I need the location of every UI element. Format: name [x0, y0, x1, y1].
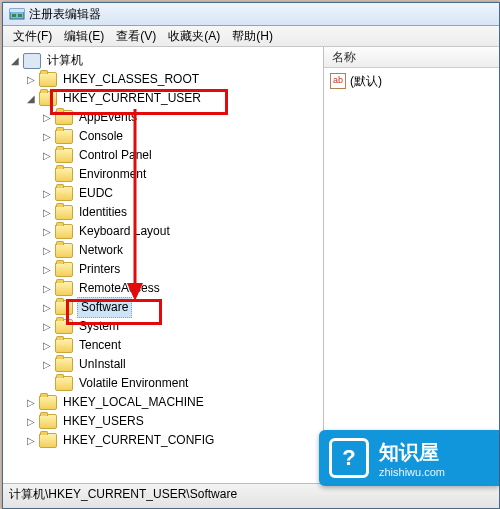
tree-key[interactable]: ▷Identities	[9, 203, 321, 222]
expand-icon[interactable]: ▷	[41, 340, 53, 352]
tree-label: Volatile Environment	[77, 374, 190, 393]
watermark-badge: ? 知识屋 zhishiwu.com	[319, 430, 499, 486]
expand-icon[interactable]: ▷	[25, 416, 37, 428]
tree-hive[interactable]: ▷HKEY_LOCAL_MACHINE	[9, 393, 321, 412]
svg-rect-1	[10, 9, 24, 12]
watermark-icon: ?	[329, 438, 369, 478]
tree-label: Keyboard Layout	[77, 222, 172, 241]
tree-key[interactable]: ▷Network	[9, 241, 321, 260]
expand-icon[interactable]: ▷	[41, 264, 53, 276]
menu-view[interactable]: 查看(V)	[110, 26, 162, 47]
folder-icon	[39, 414, 57, 429]
title-bar[interactable]: 注册表编辑器	[3, 3, 499, 26]
folder-icon	[55, 224, 73, 239]
svg-rect-3	[18, 14, 22, 17]
folder-icon	[55, 205, 73, 220]
tree-label: Control Panel	[77, 146, 154, 165]
folder-icon	[55, 262, 73, 277]
expand-icon[interactable]: ▷	[41, 188, 53, 200]
folder-icon	[55, 338, 73, 353]
values-list: ab (默认)	[324, 68, 499, 94]
tree-key[interactable]: ▷Control Panel	[9, 146, 321, 165]
tree-hive[interactable]: ◢ HKEY_CURRENT_USER	[9, 89, 321, 108]
tree-key[interactable]: ▷Tencent	[9, 336, 321, 355]
tree-label: UnInstall	[77, 355, 128, 374]
folder-icon	[39, 395, 57, 410]
tree-hive[interactable]: ▷HKEY_USERS	[9, 412, 321, 431]
tree-key[interactable]: ▷Console	[9, 127, 321, 146]
tree-label: Identities	[77, 203, 129, 222]
tree-label: HKEY_CLASSES_ROOT	[61, 70, 201, 89]
tree-label: RemoteAccess	[77, 279, 162, 298]
expand-icon[interactable]: ▷	[25, 435, 37, 447]
expand-icon[interactable]: ▷	[41, 245, 53, 257]
tree-pane[interactable]: ◢ 计算机 ▷ HKEY_CLASSES_ROOT ◢ HKEY_CURRENT…	[3, 47, 324, 487]
folder-icon	[55, 110, 73, 125]
tree-key[interactable]: ▷Volatile Environment	[9, 374, 321, 393]
status-path: 计算机\HKEY_CURRENT_USER\Software	[9, 487, 237, 501]
expand-icon[interactable]: ▷	[25, 397, 37, 409]
folder-icon	[55, 148, 73, 163]
string-value-icon: ab	[330, 73, 346, 89]
tree-key[interactable]: ▷UnInstall	[9, 355, 321, 374]
menu-favorites[interactable]: 收藏夹(A)	[162, 26, 226, 47]
registry-tree: ◢ 计算机 ▷ HKEY_CLASSES_ROOT ◢ HKEY_CURRENT…	[3, 47, 323, 454]
folder-icon	[39, 91, 57, 106]
folder-icon	[55, 376, 73, 391]
tree-root[interactable]: ◢ 计算机	[9, 51, 321, 70]
tree-label: HKEY_USERS	[61, 412, 146, 431]
folder-icon	[55, 319, 73, 334]
expand-icon[interactable]: ▷	[41, 112, 53, 124]
expand-icon[interactable]: ▷	[41, 359, 53, 371]
expand-icon[interactable]: ▷	[41, 283, 53, 295]
expand-icon[interactable]: ▷	[41, 150, 53, 162]
svg-rect-2	[12, 14, 16, 17]
tree-label: HKEY_LOCAL_MACHINE	[61, 393, 206, 412]
folder-icon	[55, 243, 73, 258]
tree-key-selected[interactable]: ▷Software	[9, 298, 321, 317]
collapse-icon[interactable]: ◢	[9, 55, 21, 67]
tree-hive[interactable]: ▷ HKEY_CLASSES_ROOT	[9, 70, 321, 89]
folder-icon	[55, 129, 73, 144]
folder-icon	[39, 72, 57, 87]
values-pane[interactable]: 名称 ab (默认)	[324, 47, 499, 487]
expand-icon[interactable]: ▷	[41, 321, 53, 333]
expand-icon[interactable]: ▷	[41, 226, 53, 238]
tree-label: Console	[77, 127, 125, 146]
column-header-name[interactable]: 名称	[324, 47, 499, 68]
tree-key[interactable]: ▷Environment	[9, 165, 321, 184]
tree-label: Environment	[77, 165, 148, 184]
tree-key[interactable]: ▷System	[9, 317, 321, 336]
tree-key[interactable]: ▷RemoteAccess	[9, 279, 321, 298]
collapse-icon[interactable]: ◢	[25, 93, 37, 105]
client-area: ◢ 计算机 ▷ HKEY_CLASSES_ROOT ◢ HKEY_CURRENT…	[3, 47, 499, 487]
tree-label: Printers	[77, 260, 122, 279]
value-row[interactable]: ab (默认)	[330, 72, 493, 90]
tree-hive[interactable]: ▷HKEY_CURRENT_CONFIG	[9, 431, 321, 450]
expand-icon[interactable]: ▷	[41, 302, 53, 314]
tree-label: AppEvents	[77, 108, 139, 127]
menu-file[interactable]: 文件(F)	[7, 26, 58, 47]
app-icon	[9, 6, 25, 22]
watermark-url: zhishiwu.com	[379, 466, 445, 478]
menu-edit[interactable]: 编辑(E)	[58, 26, 110, 47]
folder-icon	[55, 281, 73, 296]
tree-key[interactable]: ▷Printers	[9, 260, 321, 279]
tree-label: HKEY_CURRENT_CONFIG	[61, 431, 216, 450]
folder-icon	[55, 186, 73, 201]
tree-label: Network	[77, 241, 125, 260]
status-bar: 计算机\HKEY_CURRENT_USER\Software	[3, 483, 499, 508]
watermark-brand: 知识屋	[379, 439, 445, 466]
folder-icon	[39, 433, 57, 448]
menu-help[interactable]: 帮助(H)	[226, 26, 279, 47]
tree-key[interactable]: ▷EUDC	[9, 184, 321, 203]
expand-icon[interactable]: ▷	[41, 131, 53, 143]
tree-key[interactable]: ▷Keyboard Layout	[9, 222, 321, 241]
regedit-window: 注册表编辑器 文件(F) 编辑(E) 查看(V) 收藏夹(A) 帮助(H) ◢ …	[2, 2, 500, 509]
expand-icon[interactable]: ▷	[41, 207, 53, 219]
tree-key[interactable]: ▷AppEvents	[9, 108, 321, 127]
tree-label: Software	[77, 297, 132, 318]
expand-icon[interactable]: ▷	[25, 74, 37, 86]
tree-label: HKEY_CURRENT_USER	[61, 89, 203, 108]
computer-icon	[23, 53, 41, 69]
